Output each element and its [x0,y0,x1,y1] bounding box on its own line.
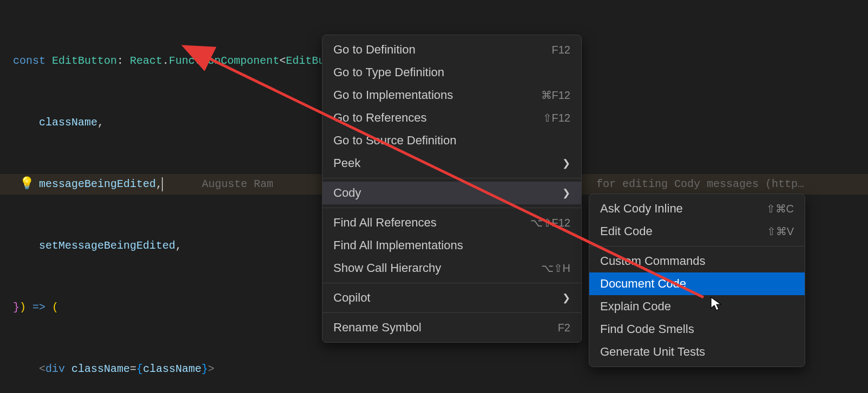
cody-submenu[interactable]: Ask Cody Inline⇧⌘C Edit Code⇧⌘V Custom C… [589,194,805,367]
menu-separator [323,208,581,208]
menu-item-copilot[interactable]: Copilot❯ [323,287,581,309]
menu-item-find-all-implementations[interactable]: Find All Implementations [323,234,581,257]
menu-separator [323,178,581,178]
chevron-right-icon: ❯ [562,157,570,169]
shortcut-label: ⇧F12 [543,111,570,124]
shortcut-label: ⇧⌘V [767,225,794,238]
shortcut-label: ⌥⇧F12 [530,216,570,229]
submenu-item-ask-cody-inline[interactable]: Ask Cody Inline⇧⌘C [589,197,805,220]
submenu-item-explain-code[interactable]: Explain Code [589,295,805,318]
menu-item-rename-symbol[interactable]: Rename SymbolF2 [323,316,581,339]
menu-separator [323,283,581,283]
submenu-item-generate-unit-tests[interactable]: Generate Unit Tests [589,341,805,363]
submenu-item-custom-commands[interactable]: Custom Commands [589,250,805,272]
lightbulb-icon[interactable]: 💡 [19,174,34,195]
menu-item-cody[interactable]: Cody❯ [323,182,581,204]
shortcut-label: F2 [558,322,570,334]
shortcut-label: F12 [552,44,570,56]
menu-separator [589,246,805,247]
shortcut-label: ⌥⇧H [541,262,570,275]
chevron-right-icon: ❯ [562,187,570,199]
chevron-right-icon: ❯ [562,292,570,304]
submenu-item-find-code-smells[interactable]: Find Code Smells [589,318,805,341]
menu-item-go-to-references[interactable]: Go to References⇧F12 [323,106,581,129]
context-menu[interactable]: Go to DefinitionF12 Go to Type Definitio… [322,35,582,343]
menu-item-find-all-references[interactable]: Find All References⌥⇧F12 [323,211,581,234]
shortcut-label: ⇧⌘C [766,202,794,215]
submenu-item-document-code[interactable]: Document Code [589,272,805,295]
menu-item-show-call-hierarchy[interactable]: Show Call Hierarchy⌥⇧H [323,257,581,279]
menu-separator [323,312,581,313]
menu-item-go-to-source-definition[interactable]: Go to Source Definition [323,129,581,152]
menu-item-go-to-implementations[interactable]: Go to Implementations⌘F12 [323,84,581,106]
inline-blame-hint: Auguste Ram [163,178,273,190]
menu-item-go-to-type-definition[interactable]: Go to Type Definition [323,61,581,84]
menu-item-peek[interactable]: Peek❯ [323,152,581,175]
menu-item-go-to-definition[interactable]: Go to DefinitionF12 [323,38,581,61]
inline-blame-hint-tail: for editing Cody messages (http… [590,174,804,195]
submenu-item-edit-code[interactable]: Edit Code⇧⌘V [589,220,805,243]
shortcut-label: ⌘F12 [541,89,570,102]
